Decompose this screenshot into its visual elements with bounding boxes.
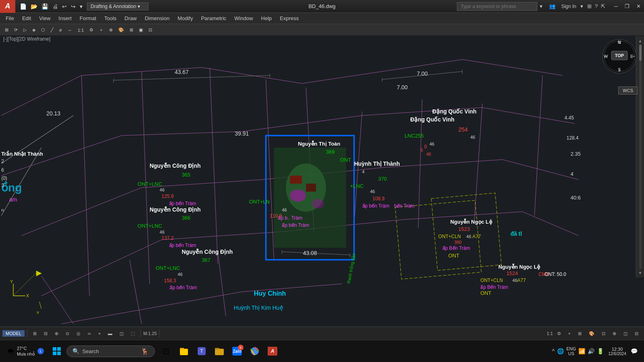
ribbon-tool-1[interactable]: ⊞ [2, 27, 11, 33]
products-icon[interactable]: ⊞ [586, 3, 593, 9]
ribbon-tool-2[interactable]: ⟳ [12, 27, 20, 33]
model-tab[interactable]: MODEL [2, 330, 25, 337]
svg-text:am: am [9, 196, 17, 203]
ribbon-tool-3[interactable]: ▷ [21, 27, 29, 33]
selection-button[interactable]: ⬚ [128, 330, 138, 337]
search-bar[interactable]: 🔍 Search 🦌 [66, 346, 155, 357]
app-logo[interactable]: A [0, 0, 15, 13]
ribbon-tool-12[interactable]: ⊕ [107, 27, 115, 33]
svg-rect-166 [215, 348, 219, 350]
menu-view[interactable]: View [35, 14, 54, 23]
ribbon-tool-8[interactable]: ↔ [65, 27, 74, 33]
lineweight-button[interactable]: ▬ [105, 330, 116, 337]
zalo-icon[interactable]: Zalo 5 [229, 343, 245, 359]
viewcube-button[interactable]: ⊕ [609, 330, 619, 337]
ribbon-tool-10[interactable]: ⚙ [87, 27, 96, 33]
collab-icon[interactable]: 👥 [545, 3, 559, 9]
search-dropdown-icon[interactable]: ▾ [537, 3, 545, 9]
ribbon-tool-6[interactable]: ╱ [48, 27, 56, 33]
file-explorer-icon[interactable] [176, 343, 192, 359]
snap-button[interactable]: ⊟ [41, 330, 51, 337]
menu-tools[interactable]: Tools [100, 14, 120, 23]
minimize-button[interactable]: ─ [610, 1, 621, 12]
start-button[interactable] [49, 343, 65, 359]
ribbon-tool-15[interactable]: ▣ [136, 27, 145, 33]
menu-dimension[interactable]: Dimension [141, 14, 173, 23]
sync-button[interactable]: + [565, 330, 574, 337]
taskview-icon[interactable]: ⊡ [158, 343, 174, 359]
weather-widget[interactable]: 🌧 27°C Mưa nhỏ 1 [3, 344, 47, 359]
close-button[interactable]: ✕ [633, 1, 644, 12]
new-file-icon[interactable]: 📄 [19, 3, 28, 10]
ribbon-tool-5[interactable]: ⬡ [39, 27, 47, 33]
autocad-icon[interactable]: A [264, 343, 281, 359]
otrack-button[interactable]: ∞ [85, 330, 94, 337]
right-toolbar-btn-2[interactable]: ▼ [638, 270, 643, 276]
volume-icon[interactable]: 🔊 [588, 348, 594, 354]
folder-icon[interactable] [211, 343, 227, 359]
print-icon[interactable]: 🖨 [51, 3, 59, 10]
svg-point-171 [253, 350, 256, 353]
up-arrow-icon[interactable]: ^ [552, 348, 555, 354]
transparency-button[interactable]: ◫ [116, 330, 127, 337]
menu-help[interactable]: Help [257, 14, 276, 23]
wifi-icon[interactable]: 📶 [578, 348, 585, 354]
save-icon[interactable]: 💾 [40, 3, 50, 10]
dropdown-icon[interactable]: ▾ [78, 3, 84, 10]
menu-express[interactable]: Express [276, 14, 303, 23]
notification-icon[interactable]: 💬 [631, 348, 638, 354]
annotation-scale-button[interactable]: ⚙ [554, 330, 564, 337]
menu-file[interactable]: File [2, 14, 18, 23]
right-toolbar-btn-1[interactable]: ▲ [638, 38, 643, 44]
ducs-button[interactable]: ⌖ [95, 330, 104, 337]
workspace-settings-button[interactable]: 🎨 [586, 330, 598, 337]
panels-button[interactable]: ⊟ [632, 330, 642, 337]
osnap-button[interactable]: ◎ [73, 330, 84, 337]
menu-modify[interactable]: Modify [173, 14, 197, 23]
wcs-button[interactable]: WCS [618, 86, 638, 95]
redo-icon[interactable]: ↪ [70, 3, 77, 10]
polar-button[interactable]: ⊙ [62, 330, 72, 337]
teams-icon[interactable]: T [194, 343, 210, 359]
expand-icon[interactable]: ⇱ [599, 3, 607, 9]
ribbon-tool-4[interactable]: ◈ [30, 27, 38, 33]
svg-text:ấp bến Tràm: ấp bến Tràm [169, 201, 196, 206]
menu-edit[interactable]: Edit [18, 14, 35, 23]
title-bar: A 📄 📂 💾 🖨 ↩ ↪ ▾ Drafting & Annotation ▾ … [0, 0, 644, 13]
search-input[interactable] [457, 2, 537, 11]
undo-icon[interactable]: ↩ [61, 3, 68, 10]
ribbon-tool-9[interactable]: 1:1 [75, 27, 86, 33]
workspace-dropdown[interactable]: Drafting & Annotation ▾ [87, 2, 149, 10]
fullscreen-button[interactable]: ⊡ [599, 330, 609, 337]
menu-parametric[interactable]: Parametric [197, 14, 230, 23]
help-icon[interactable]: ? [593, 3, 599, 9]
restore-button[interactable]: ❐ [621, 1, 633, 12]
isolate-button[interactable]: ⊞ [575, 330, 585, 337]
ribbon-tool-7[interactable]: ⌀ [57, 27, 64, 33]
grid-button[interactable]: ⊞ [30, 330, 40, 337]
menu-insert[interactable]: Insert [54, 14, 76, 23]
menu-draw[interactable]: Draw [120, 14, 140, 23]
open-file-icon[interactable]: 📂 [29, 3, 39, 10]
network-icon[interactable]: 🌐 [557, 348, 564, 354]
svg-text:43.08: 43.08 [303, 250, 317, 256]
hardware-button[interactable]: ◫ [620, 330, 631, 337]
sign-in-btn[interactable]: Sign In [559, 4, 578, 9]
menu-format[interactable]: Format [76, 14, 100, 23]
battery-icon[interactable]: 🔋 [597, 348, 604, 354]
chrome-icon[interactable] [247, 343, 263, 359]
ribbon-tool-11[interactable]: ＋ [97, 26, 106, 34]
title-search: ▾ 👥 Sign In ▾ ⊞ ? ⇱ [457, 2, 607, 11]
clock[interactable]: 12:30 12/6/2024 [606, 347, 628, 356]
drawing-area[interactable]: 43.67 7.00 7.00 43.08 39.91 20.13 2.35 4… [0, 35, 644, 340]
account-dropdown-icon[interactable]: ▾ [578, 3, 586, 9]
ribbon-tool-14[interactable]: ⊞ [127, 27, 136, 33]
menu-window[interactable]: Window [230, 14, 257, 23]
svg-text:46: 46 [178, 272, 182, 277]
ribbon-tool-13[interactable]: 🎨 [116, 27, 126, 33]
scrollbar-thumb[interactable] [639, 45, 642, 61]
ribbon-tool-16[interactable]: ⊡ [146, 27, 155, 33]
language-indicator[interactable]: ENG US [566, 346, 576, 356]
ortho-button[interactable]: ⊕ [52, 330, 62, 337]
cad-canvas[interactable]: 43.67 7.00 7.00 43.08 39.91 20.13 2.35 4… [0, 35, 644, 340]
